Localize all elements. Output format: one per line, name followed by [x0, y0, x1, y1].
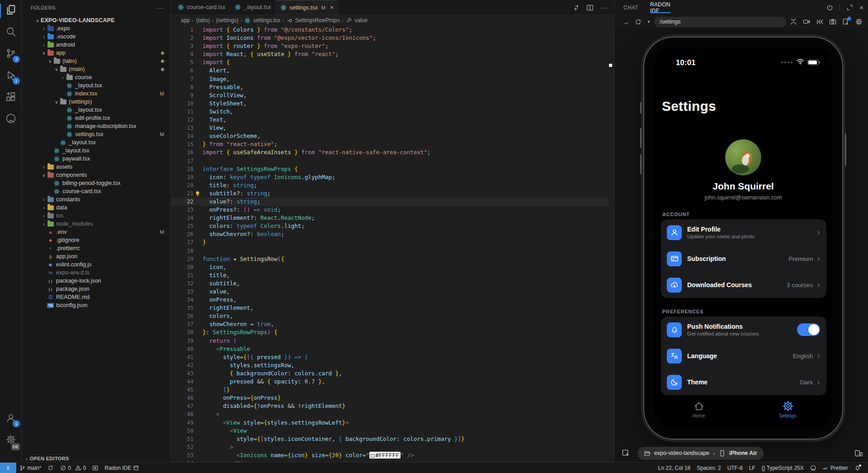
tree-item-_layout.tsx[interactable]: _layout.tsx — [22, 138, 170, 147]
panel-tab-chat[interactable]: CHAT — [623, 0, 638, 15]
code-line-24[interactable]: 24 rightElement?: React.ReactNode; — [171, 214, 608, 222]
tree-item-expo-env.d.ts[interactable]: TSexpo-env.d.ts — [22, 269, 170, 277]
breadcrumb-SettingsRowProps[interactable]: SettingsRowProps — [287, 17, 340, 24]
tree-item-tsconfig.json[interactable]: TStsconfig.json — [22, 301, 170, 309]
code-line-34[interactable]: 34 onPress, — [171, 296, 608, 304]
tab-settings.tsx[interactable]: settings.tsxM× — [276, 0, 338, 14]
tree-item-settings.tsx[interactable]: settings.tsxM — [22, 130, 170, 138]
tree-item-_layout.tsx[interactable]: _layout.tsx — [22, 81, 170, 90]
code-line-20[interactable]: 20 title: string; — [171, 181, 608, 189]
tree-item-(main)[interactable]: ∨(main) — [22, 65, 170, 73]
settings-row-edit-profile[interactable]: Edit ProfileUpdate your name and photo› — [661, 219, 826, 246]
status-eol[interactable]: LF — [746, 463, 759, 473]
code-line-42[interactable]: 42 styles.settingsRow, — [171, 361, 608, 369]
code-line-6[interactable]: 6 Alert, — [171, 66, 608, 75]
tree-item-edit-profile.tsx[interactable]: edit-profile.tsx — [22, 114, 170, 122]
tree-item-ios[interactable]: ›ios — [22, 212, 170, 220]
tree-item-paywall.tsx[interactable]: paywall.tsx — [22, 155, 170, 163]
code-line-3[interactable]: 3import { router } from "expo-router"; — [171, 42, 608, 50]
code-line-2[interactable]: 2import Ionicons from "@expo/vector-icon… — [171, 34, 608, 42]
phone-tab-settings[interactable]: Settings — [743, 398, 832, 425]
code-line-28[interactable]: 28 — [171, 247, 608, 255]
code-line-36[interactable]: 36 colors, — [171, 312, 608, 320]
open-editors-header[interactable]: › OPEN EDITORS — [22, 454, 170, 462]
tree-item-_layout.tsx[interactable]: _layout.tsx — [22, 106, 170, 114]
status-prettier[interactable]: Prettier — [819, 463, 851, 473]
code-line-30[interactable]: 30 icon, — [171, 263, 608, 271]
tree-item-app.json[interactable]: {}app.json — [22, 252, 170, 260]
code-line-46[interactable]: 46 onPress={onPress} — [171, 394, 608, 402]
settings-row-subscription[interactable]: SubscriptionPremium› — [661, 246, 826, 272]
breadcrumb-settings.tsx[interactable]: settings.tsx — [245, 17, 280, 24]
status-debug-console[interactable] — [89, 463, 102, 473]
tree-item-(tabs)[interactable]: ∨(tabs) — [22, 57, 170, 65]
tree-item-manage-subscription.tsx[interactable]: manage-subscription.tsx — [22, 122, 170, 130]
activity-explorer[interactable] — [0, 0, 22, 22]
tree-item-app[interactable]: ∨app — [22, 49, 170, 57]
code-line-16[interactable]: 16import { useSafeAreaInsets } from "rea… — [171, 148, 608, 156]
activity-github[interactable] — [0, 109, 22, 130]
breadcrumb-app[interactable]: app — [181, 17, 190, 24]
panel-tab-radon-ide[interactable]: RADON IDE — [650, 0, 670, 15]
code-line-50[interactable]: 50 <View — [171, 427, 608, 435]
activity-settings[interactable]: DE — [0, 430, 22, 451]
code-line-11[interactable]: 11 Switch, — [171, 108, 608, 116]
route-url-bar[interactable]: /settings — [654, 17, 786, 27]
code-line-26[interactable]: 26 showChevron?: boolean; — [171, 230, 608, 238]
close-icon[interactable]: × — [330, 4, 334, 11]
status-github[interactable] — [807, 463, 820, 473]
code-line-29[interactable]: 29function ✦ SettingsRow({ — [171, 255, 608, 263]
tab-_layout.tsx[interactable]: _layout.tsx — [230, 0, 276, 14]
status-encoding[interactable]: UTF-8 — [724, 463, 746, 473]
open-changes-icon[interactable] — [573, 4, 580, 11]
tree-item-.env[interactable]: ⚌.envM — [22, 228, 170, 236]
back-button[interactable]: ← — [623, 18, 630, 26]
code-line-53[interactable]: 53 <Ionicons name={icon} size={20} color… — [171, 451, 608, 459]
code-line-52[interactable]: 52 > — [171, 443, 608, 451]
tree-item-.vscode[interactable]: ›.vscode — [22, 33, 170, 41]
activity-accounts[interactable]: 1 — [0, 408, 22, 430]
code-line-5[interactable]: 5import { — [171, 58, 608, 66]
tree-item-EXPO-VIDEO-LANDSCAPE[interactable]: ∨EXPO-VIDEO-LANDSCAPE — [22, 16, 170, 24]
tree-item-node_modules[interactable]: ›node_modules — [22, 220, 170, 228]
tree-item-eslint.config.js[interactable]: ◉eslint.config.js — [22, 260, 170, 269]
tree-item-_layout.tsx[interactable]: _layout.tsx — [22, 147, 170, 155]
tree-item-android[interactable]: ›android — [22, 41, 170, 49]
tree-item-assets[interactable]: ›assets — [22, 163, 170, 171]
activity-search[interactable] — [0, 22, 22, 43]
tree-item-(settings)[interactable]: ∨(settings) — [22, 98, 170, 106]
code-line-33[interactable]: 33 value, — [171, 288, 608, 296]
code-line-18[interactable]: 18interface SettingsRowProps { — [171, 165, 608, 173]
code-line-22[interactable]: 22 value?: string; — [171, 198, 608, 206]
power-button[interactable] — [826, 4, 833, 11]
tree-item-.gitignore[interactable]: ◆.gitignore — [22, 236, 170, 244]
code-line-40[interactable]: 40 <Pressable — [171, 345, 608, 353]
code-editor[interactable]: 1import { Colors } from "@/constants/Col… — [171, 26, 608, 462]
settings-row-language[interactable]: LanguageEnglish› — [661, 343, 826, 369]
code-line-48[interactable]: 48 > — [171, 410, 608, 418]
tree-item-.prettierrc[interactable]: ≡.prettierrc — [22, 244, 170, 252]
toggle-switch-on[interactable] — [797, 323, 820, 336]
code-line-32[interactable]: 32 subtitle, — [171, 279, 608, 288]
status-branch[interactable]: main* — [16, 463, 44, 473]
dev-tools-button[interactable] — [790, 18, 797, 25]
code-line-47[interactable]: 47 disabled={!onPress && !rightElement} — [171, 402, 608, 410]
tree-item-course-card.tsx[interactable]: course-card.tsx — [22, 187, 170, 195]
code-line-45[interactable]: 45 ]} — [171, 386, 608, 394]
split-editor-icon[interactable] — [586, 4, 594, 11]
tree-item-constants[interactable]: ›constants — [22, 195, 170, 203]
code-line-23[interactable]: 23 onPress?: () => void; — [171, 206, 608, 214]
replay-button[interactable] — [816, 18, 823, 25]
code-line-43[interactable]: 43 { backgroundColor: colors.card }, — [171, 369, 608, 378]
code-line-1[interactable]: 1import { Colors } from "@/constants/Col… — [171, 26, 608, 34]
status-sync[interactable] — [44, 463, 57, 473]
tree-item-course[interactable]: ›course — [22, 73, 170, 81]
tree-item-README.md[interactable]: ⓘREADME.md — [22, 293, 170, 301]
screen-recording-button[interactable] — [803, 18, 810, 25]
code-line-4[interactable]: 4import React, { useState } from "react"… — [171, 50, 608, 58]
expand-panel-button[interactable] — [846, 4, 853, 11]
tree-item-data[interactable]: ›data — [22, 203, 170, 212]
code-line-7[interactable]: 7 Image, — [171, 75, 608, 83]
code-line-31[interactable]: 31 title, — [171, 271, 608, 279]
code-line-13[interactable]: 13 View, — [171, 124, 608, 132]
